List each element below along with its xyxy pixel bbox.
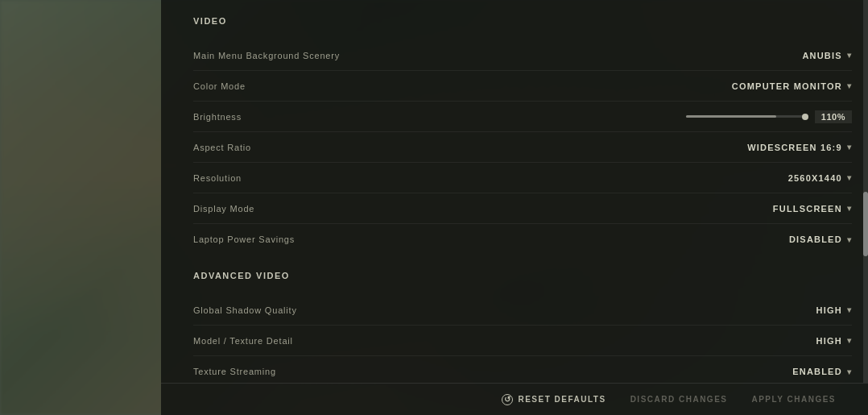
texture-streaming-label: Texture Streaming [193,367,276,376]
display-mode-dropdown[interactable]: FULLSCREEN ▾ [773,204,852,214]
model-texture-value: HIGH [816,336,841,346]
aspect-ratio-dropdown[interactable]: WIDESCREEN 16:9 ▾ [747,143,852,152]
brightness-control: 110% [686,110,852,123]
aspect-ratio-value: WIDESCREEN 16:9 [747,143,842,152]
shadow-quality-dropdown[interactable]: HIGH ▾ [816,305,852,315]
color-mode-dropdown[interactable]: COMPUTER MONITOR ▾ [732,81,852,91]
aspect-ratio-row: Aspect Ratio WIDESCREEN 16:9 ▾ [193,132,852,163]
main-menu-bg-row: Main Menu Background Scenery ANUBIS ▾ [193,40,852,71]
color-mode-row: Color Mode COMPUTER MONITOR ▾ [193,71,852,102]
resolution-value: 2560X1440 [788,173,842,183]
chevron-down-icon: ▾ [847,305,852,314]
video-section-title: Video [193,16,852,26]
chevron-down-icon: ▾ [847,336,852,345]
section-gap [193,255,852,271]
apply-changes-button[interactable]: APPLY CHANGES [751,395,836,404]
laptop-power-dropdown[interactable]: DISABLED ▾ [789,234,852,244]
resolution-dropdown[interactable]: 2560X1440 ▾ [788,173,852,183]
discard-changes-button[interactable]: DISCARD CHANGES [630,395,728,404]
brightness-thumb [802,114,808,120]
video-section: Video Main Menu Background Scenery ANUBI… [193,16,852,255]
main-menu-bg-label: Main Menu Background Scenery [193,51,340,60]
chevron-down-icon: ▾ [847,367,852,376]
shadow-quality-row: Global Shadow Quality HIGH ▾ [193,295,852,326]
shadow-quality-value: HIGH [816,305,841,315]
advanced-video-section: Advanced Video Global Shadow Quality HIG… [193,271,852,383]
brightness-value: 110% [815,110,852,123]
reset-defaults-label: RESET DEFAULTS [518,395,606,404]
brightness-fill [686,115,777,118]
resolution-label: Resolution [193,173,242,183]
brightness-slider[interactable] [686,115,807,118]
chevron-down-icon: ▾ [847,81,852,90]
color-mode-value: COMPUTER MONITOR [732,81,842,91]
model-texture-label: Model / Texture Detail [193,336,293,346]
settings-content: Video Main Menu Background Scenery ANUBI… [161,0,868,383]
display-mode-label: Display Mode [193,204,254,214]
discard-changes-label: DISCARD CHANGES [630,395,728,404]
chevron-down-icon: ▾ [847,143,852,151]
shadow-quality-label: Global Shadow Quality [193,305,297,315]
color-mode-label: Color Mode [193,81,246,91]
footer: RESET DEFAULTS DISCARD CHANGES APPLY CHA… [161,383,868,415]
display-mode-row: Display Mode FULLSCREEN ▾ [193,193,852,224]
laptop-power-value: DISABLED [789,234,842,244]
chevron-down-icon: ▾ [847,173,852,182]
chevron-down-icon: ▾ [847,235,852,244]
main-menu-bg-value: ANUBIS [802,51,841,60]
texture-streaming-row: Texture Streaming ENABLED ▾ [193,356,852,383]
laptop-power-row: Laptop Power Savings DISABLED ▾ [193,224,852,255]
display-mode-value: FULLSCREEN [773,204,842,214]
settings-panel: Video Main Menu Background Scenery ANUBI… [161,0,868,415]
main-menu-bg-dropdown[interactable]: ANUBIS ▾ [802,51,852,60]
texture-streaming-dropdown[interactable]: ENABLED ▾ [792,367,852,376]
scrollbar[interactable] [863,0,868,383]
scrollbar-thumb [863,192,868,256]
chevron-down-icon: ▾ [847,204,852,213]
aspect-ratio-label: Aspect Ratio [193,143,251,152]
laptop-power-label: Laptop Power Savings [193,234,295,244]
texture-streaming-value: ENABLED [792,367,842,376]
model-texture-dropdown[interactable]: HIGH ▾ [816,336,852,346]
reset-defaults-button[interactable]: RESET DEFAULTS [502,394,606,405]
apply-changes-label: APPLY CHANGES [751,395,836,404]
brightness-label: Brightness [193,112,242,122]
brightness-row: Brightness 110% [193,102,852,132]
chevron-down-icon: ▾ [847,51,852,60]
advanced-video-section-title: Advanced Video [193,271,852,280]
resolution-row: Resolution 2560X1440 ▾ [193,163,852,193]
model-texture-row: Model / Texture Detail HIGH ▾ [193,326,852,356]
reset-icon [502,394,513,405]
